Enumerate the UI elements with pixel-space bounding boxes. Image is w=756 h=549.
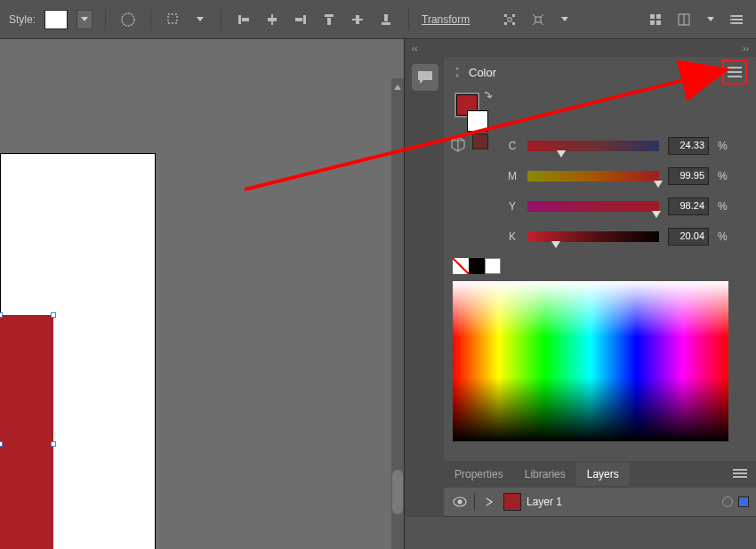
- tab-layers[interactable]: Layers: [576, 463, 630, 486]
- slider-thumb[interactable]: [551, 241, 560, 248]
- none-swatch[interactable]: [453, 258, 469, 274]
- chevron-right-icon: [486, 497, 493, 506]
- slider-m-track[interactable]: [527, 171, 659, 182]
- list-icon[interactable]: [728, 10, 747, 29]
- swap-fill-stroke-icon[interactable]: [483, 91, 495, 103]
- slider-k-track[interactable]: [527, 231, 659, 242]
- svg-point-31: [730, 22, 732, 24]
- recolor-icon[interactable]: [118, 10, 138, 29]
- collapse-left-icon[interactable]: ‹‹: [412, 44, 418, 53]
- svg-rect-9: [327, 18, 331, 25]
- canvas-area[interactable]: [0, 39, 404, 549]
- panel-collapse-bar[interactable]: ‹‹ ››: [405, 39, 756, 57]
- selection-handle[interactable]: [51, 312, 56, 318]
- slider-m: M 99.95 %: [506, 167, 747, 185]
- target-icon[interactable]: [722, 497, 733, 507]
- svg-rect-18: [508, 18, 511, 21]
- color-tab[interactable]: Color: [469, 66, 496, 79]
- svg-rect-6: [303, 15, 306, 24]
- slider-m-value[interactable]: 99.95: [668, 167, 709, 185]
- svg-rect-22: [650, 20, 655, 25]
- svg-rect-3: [242, 18, 249, 21]
- slider-c-track[interactable]: [527, 141, 659, 151]
- slider-thumb[interactable]: [557, 150, 566, 157]
- layer-name[interactable]: Layer 1: [527, 496, 717, 508]
- 3d-color-icon[interactable]: [449, 135, 467, 153]
- svg-point-0: [122, 13, 134, 26]
- snap-icon[interactable]: [674, 10, 694, 29]
- last-color-swatch[interactable]: [472, 133, 488, 149]
- svg-rect-12: [382, 22, 390, 25]
- black-swatch[interactable]: [469, 258, 485, 274]
- selected-rectangle[interactable]: [0, 315, 53, 549]
- slider-k-value[interactable]: 20.04: [668, 228, 709, 246]
- svg-rect-13: [384, 14, 388, 21]
- isolate-icon[interactable]: [500, 10, 519, 29]
- selection-handle[interactable]: [51, 441, 56, 447]
- align-center-h-icon[interactable]: [262, 10, 282, 29]
- selection-handle[interactable]: [0, 441, 3, 447]
- transform-link[interactable]: Transform: [422, 13, 470, 26]
- tab-libraries[interactable]: Libraries: [514, 463, 576, 486]
- visibility-toggle[interactable]: [451, 497, 469, 507]
- layer-thumbnail[interactable]: [503, 493, 521, 511]
- tab-properties[interactable]: Properties: [444, 463, 514, 486]
- eye-icon: [453, 497, 467, 507]
- color-spectrum[interactable]: [453, 281, 728, 441]
- align-top-icon[interactable]: [319, 10, 339, 29]
- slider-y-value[interactable]: 98.24: [668, 198, 709, 215]
- selection-handle[interactable]: [0, 312, 3, 318]
- right-panel-dock: ‹‹ ›› Color: [404, 39, 756, 549]
- color-panel-header: Color: [444, 57, 756, 87]
- style-dropdown[interactable]: [76, 10, 92, 29]
- svg-point-29: [730, 15, 732, 17]
- selection-color-swatch[interactable]: [738, 497, 749, 507]
- align-left-icon[interactable]: [234, 10, 253, 29]
- edit-contents-icon[interactable]: [528, 10, 548, 29]
- style-swatch[interactable]: [44, 10, 68, 29]
- quick-swatches: [453, 258, 747, 274]
- panel-drag-icon[interactable]: [453, 67, 462, 77]
- align-center-v-icon[interactable]: [348, 10, 367, 29]
- comment-panel-icon[interactable]: [412, 64, 438, 91]
- white-swatch[interactable]: [485, 258, 501, 274]
- svg-rect-7: [295, 18, 302, 21]
- align-right-icon[interactable]: [291, 10, 310, 29]
- layers-panel-menu[interactable]: [724, 463, 756, 487]
- expand-layer[interactable]: [480, 497, 498, 506]
- svg-rect-19: [535, 17, 541, 22]
- slider-c: C 24.33 %: [506, 137, 747, 155]
- crop-dropdown[interactable]: [192, 10, 208, 29]
- scroll-thumb[interactable]: [392, 470, 403, 514]
- chevron-down-icon: [197, 17, 204, 22]
- chevron-down-icon: [707, 17, 714, 22]
- svg-rect-1: [168, 14, 177, 23]
- svg-rect-23: [656, 20, 661, 25]
- snap-dropdown[interactable]: [703, 10, 719, 29]
- options-toolbar: Style: Transform: [0, 0, 756, 39]
- fill-stroke-swatches[interactable]: [456, 94, 492, 130]
- slider-c-value[interactable]: 24.33: [668, 137, 709, 155]
- svg-point-37: [458, 500, 462, 505]
- svg-rect-5: [268, 18, 277, 21]
- style-label: Style:: [9, 13, 36, 26]
- slider-y: Y 98.24 %: [506, 198, 747, 215]
- align-bottom-icon[interactable]: [376, 10, 396, 29]
- svg-rect-11: [356, 15, 359, 24]
- stroke-swatch[interactable]: [467, 110, 488, 132]
- chevron-down-icon: [81, 17, 88, 22]
- scroll-up-icon[interactable]: [392, 82, 403, 93]
- collapse-right-icon[interactable]: ››: [743, 44, 749, 53]
- slider-thumb[interactable]: [652, 211, 661, 218]
- grid-icon[interactable]: [646, 10, 665, 29]
- chevron-down-icon: [561, 17, 568, 22]
- color-panel-menu-button[interactable]: [722, 60, 747, 85]
- edit-dropdown[interactable]: [557, 10, 573, 29]
- slider-y-track[interactable]: [527, 201, 659, 212]
- svg-rect-17: [512, 22, 515, 25]
- layer-row[interactable]: Layer 1: [444, 488, 756, 517]
- svg-rect-8: [325, 14, 334, 17]
- vertical-scrollbar[interactable]: [391, 78, 404, 549]
- crop-icon[interactable]: [164, 10, 183, 29]
- slider-thumb[interactable]: [654, 181, 663, 188]
